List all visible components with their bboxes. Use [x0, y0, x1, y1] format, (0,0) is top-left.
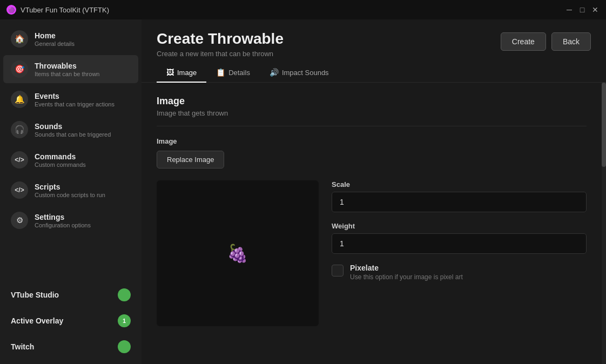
- vtube-studio-status: [118, 288, 131, 301]
- sidebar-events-sublabel: Events that can trigger actions: [35, 101, 115, 107]
- sidebar-item-scripts[interactable]: </> Scripts Custom code scripts to run: [3, 176, 138, 204]
- sidebar-commands-label: Commands: [35, 152, 86, 161]
- main-area: Create Throwable Create a new item that …: [142, 19, 606, 364]
- scale-label: Scale: [332, 180, 587, 188]
- tab-impact-sounds[interactable]: 🔊 Impact Sounds: [260, 63, 339, 83]
- scrollbar-thumb[interactable]: [602, 83, 606, 167]
- main-content: Image Image that gets thrown Image Repla…: [142, 83, 606, 364]
- pixelate-label: Pixelate: [350, 264, 463, 272]
- app-icon: 🟣: [6, 5, 16, 15]
- active-overlay-badge: 1: [118, 314, 131, 327]
- replace-image-button[interactable]: Replace Image: [157, 151, 224, 168]
- sidebar-throwables-label: Throwables: [35, 62, 99, 70]
- image-field-label: Image: [157, 137, 587, 145]
- tab-details[interactable]: 📋 Details: [206, 63, 260, 83]
- impact-sounds-tab-icon: 🔊: [270, 68, 279, 77]
- window-controls: ─ □ ✕: [565, 5, 600, 14]
- sidebar-home-sublabel: General details: [35, 41, 75, 47]
- sounds-icon: 🎧: [11, 121, 28, 138]
- commands-icon: </>: [11, 151, 28, 168]
- page-subtitle: Create a new item that can be thrown: [157, 50, 284, 58]
- sidebar-item-twitch[interactable]: Twitch: [3, 335, 138, 359]
- maximize-button[interactable]: □: [578, 5, 587, 14]
- vtube-studio-label: VTube Studio: [11, 291, 118, 299]
- active-overlay-label: Active Overlay: [11, 316, 118, 325]
- pixelate-sublabel: Use this option if your image is pixel a…: [350, 273, 463, 281]
- sidebar-item-throwables[interactable]: 🎯 Throwables Items that can be thrown: [3, 55, 138, 83]
- sidebar-events-label: Events: [35, 92, 115, 100]
- scripts-icon: </>: [11, 181, 28, 199]
- section-subtitle: Image that gets thrown: [157, 109, 587, 126]
- minimize-button[interactable]: ─: [565, 5, 574, 14]
- section-title: Image: [157, 96, 587, 107]
- twitch-label: Twitch: [11, 342, 118, 351]
- image-preview: 🍇: [157, 180, 319, 326]
- sidebar-settings-label: Settings: [35, 213, 91, 221]
- sidebar-throwables-sublabel: Items that can be thrown: [35, 71, 99, 77]
- back-button[interactable]: Back: [551, 32, 591, 51]
- home-icon: 🏠: [11, 30, 28, 48]
- twitch-status: [118, 340, 131, 353]
- weight-input[interactable]: [332, 233, 587, 254]
- image-section: 🍇 Scale Weight: [157, 180, 587, 326]
- events-icon: 🔔: [11, 91, 28, 108]
- sidebar-item-home[interactable]: 🏠 Home General details: [3, 25, 138, 53]
- sidebar-item-commands[interactable]: </> Commands Custom commands: [3, 146, 138, 174]
- tab-image-label: Image: [177, 69, 197, 77]
- weight-label: Weight: [332, 222, 587, 230]
- app-body: 🏠 Home General details 🎯 Throwables Item…: [0, 19, 606, 364]
- tab-impact-sounds-label: Impact Sounds: [282, 69, 329, 77]
- sidebar-sounds-sublabel: Sounds that can be triggered: [35, 131, 111, 138]
- sidebar-settings-sublabel: Configuration options: [35, 222, 91, 228]
- scrollbar-track[interactable]: [602, 83, 606, 364]
- sidebar-scripts-label: Scripts: [35, 183, 105, 191]
- create-button[interactable]: Create: [501, 32, 546, 51]
- throwables-icon: 🎯: [11, 60, 28, 78]
- tab-details-label: Details: [228, 69, 250, 77]
- sidebar-item-active-overlay[interactable]: Active Overlay 1: [3, 309, 138, 333]
- sidebar-sounds-label: Sounds: [35, 122, 111, 131]
- settings-icon: ⚙: [11, 212, 28, 229]
- titlebar-title: VTuber Fun ToolKit (VTFTK): [21, 6, 565, 14]
- tab-image[interactable]: 🖼 Image: [157, 63, 206, 83]
- main-header: Create Throwable Create a new item that …: [142, 19, 606, 63]
- details-tab-icon: 📋: [216, 68, 225, 77]
- sidebar-home-label: Home: [35, 31, 75, 40]
- right-controls: Scale Weight Pixelate: [332, 180, 587, 326]
- image-tab-icon: 🖼: [166, 68, 174, 77]
- pixelate-row: Pixelate Use this option if your image i…: [332, 264, 587, 281]
- sidebar-commands-sublabel: Custom commands: [35, 161, 86, 168]
- sidebar-item-events[interactable]: 🔔 Events Events that can trigger actions: [3, 85, 138, 113]
- titlebar: 🟣 VTuber Fun ToolKit (VTFTK) ─ □ ✕: [0, 0, 606, 19]
- sidebar: 🏠 Home General details 🎯 Throwables Item…: [0, 19, 142, 364]
- pixelate-checkbox[interactable]: [332, 265, 344, 277]
- tabs-container: 🖼 Image 📋 Details 🔊 Impact Sounds: [142, 63, 606, 83]
- throwable-preview-image: 🍇: [227, 243, 248, 264]
- sidebar-item-vtube-studio[interactable]: VTube Studio: [3, 283, 138, 307]
- content-panel: Image Image that gets thrown Image Repla…: [142, 83, 602, 339]
- sidebar-item-sounds[interactable]: 🎧 Sounds Sounds that can be triggered: [3, 116, 138, 144]
- page-title: Create Throwable: [157, 30, 284, 48]
- sidebar-scripts-sublabel: Custom code scripts to run: [35, 192, 105, 198]
- close-button[interactable]: ✕: [591, 5, 600, 14]
- scale-input[interactable]: [332, 192, 587, 212]
- sidebar-item-settings[interactable]: ⚙ Settings Configuration options: [3, 206, 138, 234]
